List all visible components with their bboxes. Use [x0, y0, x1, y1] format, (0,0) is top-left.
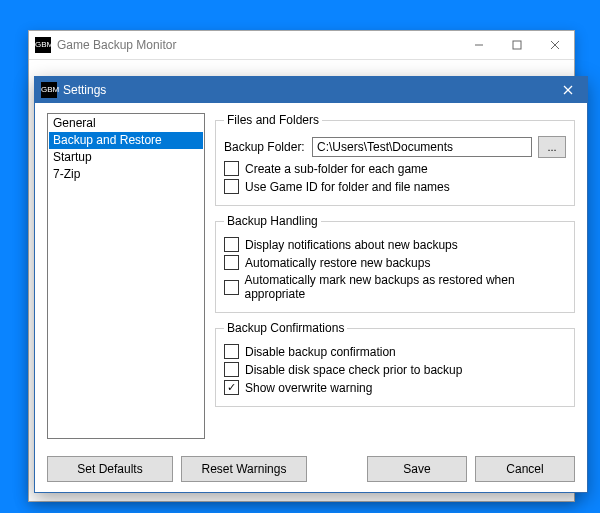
create-subfolder-checkbox[interactable]: [224, 161, 239, 176]
backup-confirmations-legend: Backup Confirmations: [224, 321, 347, 335]
auto-mark-restored-label: Automatically mark new backups as restor…: [245, 273, 567, 301]
disable-confirmation-label: Disable backup confirmation: [245, 345, 396, 359]
display-notifications-label: Display notifications about new backups: [245, 238, 458, 252]
desktop: GBM Game Backup Monitor GBM Settings: [0, 0, 600, 513]
backup-folder-label: Backup Folder:: [224, 140, 306, 154]
disable-confirmation-checkbox[interactable]: [224, 344, 239, 359]
settings-content: Files and Folders Backup Folder: ... Cre…: [215, 113, 575, 444]
settings-dialog: GBM Settings General Backup and Restore …: [34, 76, 588, 493]
use-game-id-checkbox[interactable]: [224, 179, 239, 194]
main-title: Game Backup Monitor: [57, 38, 460, 52]
maximize-button[interactable]: [498, 31, 536, 59]
display-notifications-checkbox[interactable]: [224, 237, 239, 252]
nav-item-startup[interactable]: Startup: [49, 149, 203, 166]
backup-handling-legend: Backup Handling: [224, 214, 321, 228]
nav-item-7zip[interactable]: 7-Zip: [49, 166, 203, 183]
show-overwrite-label: Show overwrite warning: [245, 381, 372, 395]
nav-item-backup-restore[interactable]: Backup and Restore: [49, 132, 203, 149]
settings-close-button[interactable]: [549, 77, 587, 103]
settings-title: Settings: [63, 83, 549, 97]
browse-folder-button[interactable]: ...: [538, 136, 566, 158]
use-game-id-label: Use Game ID for folder and file names: [245, 180, 450, 194]
backup-handling-group: Backup Handling Display notifications ab…: [215, 214, 575, 313]
save-button[interactable]: Save: [367, 456, 467, 482]
cancel-button[interactable]: Cancel: [475, 456, 575, 482]
set-defaults-button[interactable]: Set Defaults: [47, 456, 173, 482]
settings-app-icon: GBM: [41, 82, 57, 98]
disable-disk-check-label: Disable disk space check prior to backup: [245, 363, 462, 377]
backup-confirmations-group: Backup Confirmations Disable backup conf…: [215, 321, 575, 407]
settings-titlebar[interactable]: GBM Settings: [35, 77, 587, 103]
show-overwrite-checkbox[interactable]: [224, 380, 239, 395]
reset-warnings-button[interactable]: Reset Warnings: [181, 456, 307, 482]
create-subfolder-label: Create a sub-folder for each game: [245, 162, 428, 176]
settings-footer: Set Defaults Reset Warnings Save Cancel: [35, 450, 587, 492]
auto-mark-restored-checkbox[interactable]: [224, 280, 239, 295]
svg-rect-1: [513, 41, 521, 49]
close-button[interactable]: [536, 31, 574, 59]
auto-restore-checkbox[interactable]: [224, 255, 239, 270]
backup-folder-input[interactable]: [312, 137, 532, 157]
disable-disk-check-checkbox[interactable]: [224, 362, 239, 377]
files-folders-legend: Files and Folders: [224, 113, 322, 127]
minimize-button[interactable]: [460, 31, 498, 59]
auto-restore-label: Automatically restore new backups: [245, 256, 430, 270]
app-icon: GBM: [35, 37, 51, 53]
main-titlebar[interactable]: GBM Game Backup Monitor: [29, 31, 574, 60]
settings-nav-list[interactable]: General Backup and Restore Startup 7-Zip: [47, 113, 205, 439]
nav-item-general[interactable]: General: [49, 115, 203, 132]
files-folders-group: Files and Folders Backup Folder: ... Cre…: [215, 113, 575, 206]
